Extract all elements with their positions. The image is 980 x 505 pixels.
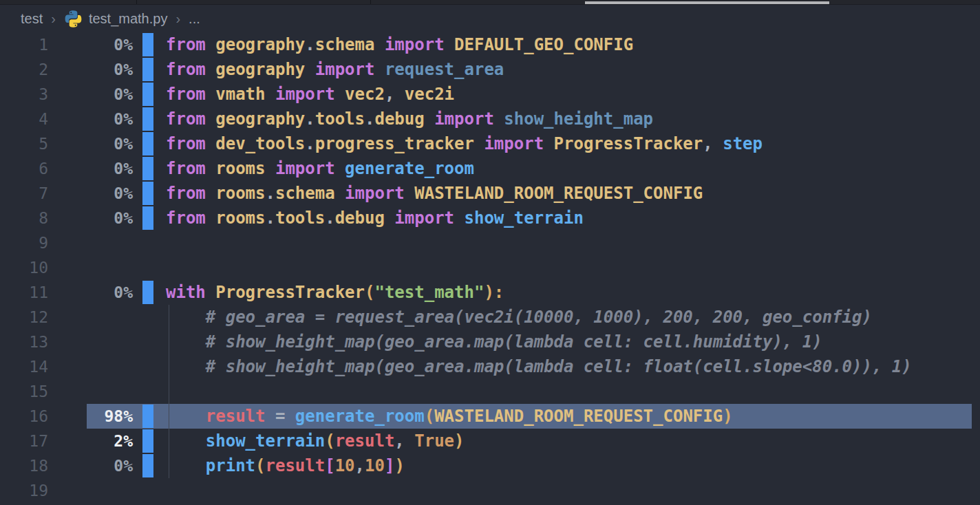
tab-bar-edge	[0, 0, 980, 5]
coverage-block-indicator	[142, 281, 153, 304]
tab-separator	[136, 0, 137, 4]
code-text: from rooms import generate_room	[166, 159, 474, 178]
profile-percent-badge: 2%	[48, 432, 133, 450]
coverage-block-indicator	[142, 429, 153, 453]
tab-bar-scrollbar[interactable]	[585, 1, 829, 4]
coverage-block-empty	[142, 330, 153, 354]
line-number[interactable]: 17	[0, 432, 48, 450]
line-number[interactable]: 12	[0, 308, 48, 326]
code-line[interactable]: 50%from dev_tools.progress_tracker impor…	[0, 131, 980, 156]
code-editor[interactable]: 10%from geography.schema import DEFAULT_…	[0, 32, 980, 504]
profile-percent-badge: 0%	[48, 61, 133, 78]
line-number[interactable]: 8	[0, 209, 48, 227]
coverage-block-indicator	[142, 132, 153, 155]
line-number[interactable]: 19	[0, 482, 48, 499]
profile-percent-badge: 0%	[48, 135, 133, 153]
coverage-block-empty	[142, 355, 153, 378]
coverage-block-empty	[142, 305, 153, 329]
line-number[interactable]: 6	[0, 160, 48, 178]
code-line[interactable]: 80%from rooms.tools.debug import show_te…	[0, 206, 980, 230]
code-line[interactable]: 70%from rooms.schema import WASTELAND_RO…	[0, 181, 980, 206]
indent-guide	[169, 305, 169, 478]
coverage-block-indicator	[142, 157, 153, 180]
coverage-block-indicator	[142, 405, 153, 428]
profile-percent-badge: 0%	[48, 36, 133, 54]
breadcrumb-file[interactable]: test_math.py	[64, 10, 168, 28]
chevron-right-icon: ›	[175, 11, 180, 27]
coverage-block-indicator	[142, 454, 153, 477]
code-line[interactable]: 15	[0, 379, 980, 404]
profile-percent-badge: 0%	[48, 160, 133, 178]
coverage-block-empty	[142, 231, 153, 255]
line-number[interactable]: 10	[0, 259, 48, 277]
breadcrumb-symbol[interactable]: ...	[189, 11, 200, 27]
line-number[interactable]: 15	[0, 383, 48, 400]
code-text: from geography import request_area	[166, 60, 504, 79]
profile-percent-badge: 0%	[48, 209, 133, 227]
code-text: print(result[10,10])	[166, 456, 405, 475]
coverage-block-indicator	[142, 83, 153, 106]
code-line[interactable]: 30%from vmath import vec2, vec2i	[0, 82, 980, 107]
line-number[interactable]: 4	[0, 110, 48, 128]
line-number[interactable]: 9	[0, 234, 48, 252]
coverage-block-indicator	[142, 107, 153, 131]
code-text: # show_height_map(geo_area.map(lambda ce…	[166, 357, 912, 376]
code-line[interactable]: 20%from geography import request_area	[0, 57, 980, 82]
code-line[interactable]: 13 # show_height_map(geo_area.map(lambda…	[0, 330, 980, 354]
line-number[interactable]: 13	[0, 333, 48, 351]
breadcrumb: test › test_math.py › ...	[0, 5, 980, 32]
profile-percent-badge: 0%	[48, 110, 133, 128]
coverage-block-indicator	[142, 206, 153, 230]
code-line[interactable]: 172% show_terrain(result, True)	[0, 429, 980, 453]
code-text: from geography.schema import DEFAULT_GEO…	[166, 35, 633, 54]
line-number[interactable]: 3	[0, 85, 48, 103]
code-text: from dev_tools.progress_tracker import P…	[166, 134, 763, 153]
line-number[interactable]: 5	[0, 135, 48, 153]
coverage-block-empty	[142, 380, 153, 403]
line-number[interactable]: 7	[0, 184, 48, 202]
breadcrumb-folder[interactable]: test	[21, 11, 43, 27]
line-number[interactable]: 16	[0, 407, 48, 425]
code-line[interactable]: 1698% result = generate_room(WASTELAND_R…	[0, 404, 980, 429]
coverage-block-indicator	[142, 58, 153, 81]
code-line[interactable]: 10	[0, 255, 980, 280]
code-line[interactable]: 19	[0, 478, 980, 503]
code-text: # geo_area = request_area(vec2i(10000, 1…	[166, 308, 872, 327]
tab-separator	[370, 0, 371, 4]
profile-percent-badge: 0%	[48, 283, 133, 301]
chevron-right-icon: ›	[51, 11, 56, 27]
code-text: result = generate_room(WASTELAND_ROOM_RE…	[166, 407, 733, 426]
code-line[interactable]: 9	[0, 230, 980, 255]
python-icon	[64, 10, 83, 28]
coverage-block-empty	[142, 256, 153, 279]
code-line[interactable]: 180% print(result[10,10])	[0, 453, 980, 478]
code-text: with ProgressTracker("test_math"):	[166, 283, 504, 302]
line-number[interactable]: 1	[0, 36, 48, 54]
profile-percent-badge: 0%	[48, 85, 133, 103]
code-text: from rooms.tools.debug import show_terra…	[166, 208, 584, 228]
code-line[interactable]: 10%from geography.schema import DEFAULT_…	[0, 32, 980, 57]
code-line[interactable]: 14 # show_height_map(geo_area.map(lambda…	[0, 354, 980, 379]
coverage-block-indicator	[142, 33, 153, 56]
profile-percent-badge: 0%	[48, 457, 133, 475]
code-line[interactable]: 40%from geography.tools.debug import sho…	[0, 107, 980, 131]
profile-percent-badge: 98%	[48, 407, 133, 425]
code-line[interactable]: 12 # geo_area = request_area(vec2i(10000…	[0, 305, 980, 330]
code-text: from rooms.schema import WASTELAND_ROOM_…	[166, 184, 703, 203]
line-number[interactable]: 2	[0, 61, 48, 78]
code-text: from vmath import vec2, vec2i	[166, 85, 454, 104]
code-text: # show_height_map(geo_area.map(lambda ce…	[166, 332, 822, 352]
breadcrumb-file-label: test_math.py	[89, 11, 168, 27]
profile-percent-badge: 0%	[48, 184, 133, 202]
code-line[interactable]: 60%from rooms import generate_room	[0, 156, 980, 181]
line-number[interactable]: 11	[0, 283, 48, 301]
line-number[interactable]: 14	[0, 358, 48, 376]
code-text: from geography.tools.debug import show_h…	[166, 109, 653, 129]
line-number[interactable]: 18	[0, 457, 48, 475]
coverage-block-empty	[142, 479, 153, 502]
code-text: show_terrain(result, True)	[166, 431, 465, 451]
coverage-block-indicator	[142, 182, 153, 205]
code-line[interactable]: 110%with ProgressTracker("test_math"):	[0, 280, 980, 305]
